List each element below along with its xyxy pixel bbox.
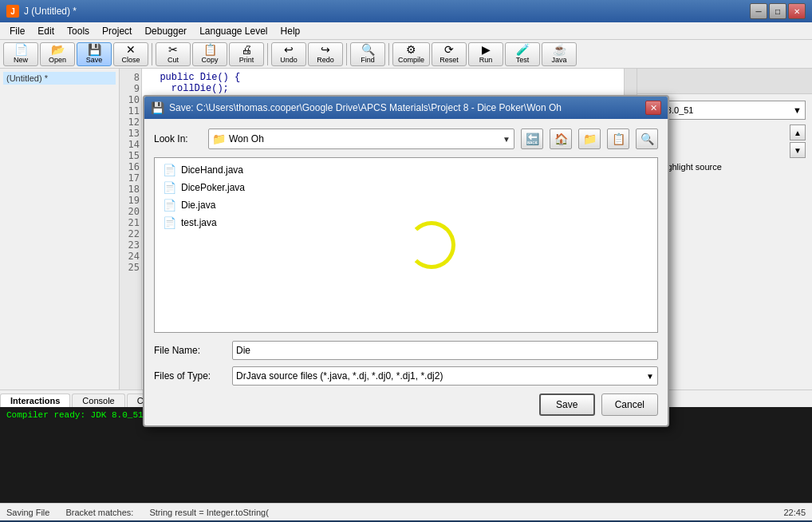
file-label-dicehand: DiceHand.java <box>181 164 243 176</box>
look-in-dropdown[interactable]: 📁 Won Oh ▼ <box>208 129 514 149</box>
look-in-row: Look In: 📁 Won Oh ▼ 🔙 🏠 📁 📋 🔍 <box>154 129 658 149</box>
filetype-arrow-icon: ▼ <box>646 372 654 381</box>
file-item-die[interactable]: 📄 Die.java <box>158 196 654 214</box>
dialog-overlay: 💾 Save: C:\Users\thomas.cooper\Google Dr… <box>0 0 812 522</box>
look-in-label: Look In: <box>154 133 202 144</box>
file-icon-test: 📄 <box>163 216 176 229</box>
file-icon-dicepoker: 📄 <box>163 181 176 194</box>
file-list-area: 📄 DiceHand.java 📄 DicePoker.java 📄 Die.j… <box>154 157 658 333</box>
filetype-value: DrJava source files (*.java, *.dj, *.dj0… <box>236 370 443 382</box>
dialog-save-button[interactable]: Save <box>539 393 595 416</box>
filename-label: File Name: <box>154 345 226 356</box>
filetype-row: Files of Type: DrJava source files (*.ja… <box>154 366 658 386</box>
nav-folder-button[interactable]: 📁 <box>578 129 601 149</box>
dialog-body: Look In: 📁 Won Oh ▼ 🔙 🏠 📁 📋 🔍 📄 DiceHand… <box>144 119 668 425</box>
file-icon-die: 📄 <box>163 199 176 212</box>
file-label-die: Die.java <box>181 200 215 211</box>
file-icon-dicehand: 📄 <box>163 164 176 176</box>
nav-back-button[interactable]: 🔙 <box>521 129 543 149</box>
dialog-title-label: Save: C:\Users\thomas.cooper\Google Driv… <box>169 102 562 113</box>
nav-home-button[interactable]: 🏠 <box>550 129 572 149</box>
folder-icon: 📁 <box>212 132 226 145</box>
file-item-dicehand[interactable]: 📄 DiceHand.java <box>158 161 654 179</box>
dialog-buttons: Save Cancel <box>154 393 658 416</box>
save-dialog: 💾 Save: C:\Users\thomas.cooper\Google Dr… <box>143 95 669 427</box>
look-in-value: Won Oh <box>229 133 499 144</box>
file-item-test[interactable]: 📄 test.java <box>158 214 654 231</box>
file-label-dicepoker: DicePoker.java <box>181 182 245 193</box>
filename-input[interactable] <box>232 341 658 360</box>
loading-spinner <box>408 221 455 269</box>
filetype-label: Files of Type: <box>154 370 226 382</box>
dialog-title-text: 💾 Save: C:\Users\thomas.cooper\Google Dr… <box>151 101 562 114</box>
dialog-title-bar: 💾 Save: C:\Users\thomas.cooper\Google Dr… <box>144 97 668 119</box>
filetype-select[interactable]: DrJava source files (*.java, *.dj, *.dj0… <box>232 366 658 386</box>
filename-row: File Name: <box>154 341 658 360</box>
file-item-dicepoker[interactable]: 📄 DicePoker.java <box>158 179 654 196</box>
dialog-close-button[interactable]: ✕ <box>645 101 661 115</box>
dialog-cancel-button[interactable]: Cancel <box>601 393 658 416</box>
nav-list-button[interactable]: 📋 <box>607 129 629 149</box>
nav-search-button[interactable]: 🔍 <box>636 129 658 149</box>
file-label-test: test.java <box>181 217 217 228</box>
dialog-save-icon: 💾 <box>151 101 164 114</box>
dropdown-arrow-icon: ▼ <box>503 135 510 144</box>
